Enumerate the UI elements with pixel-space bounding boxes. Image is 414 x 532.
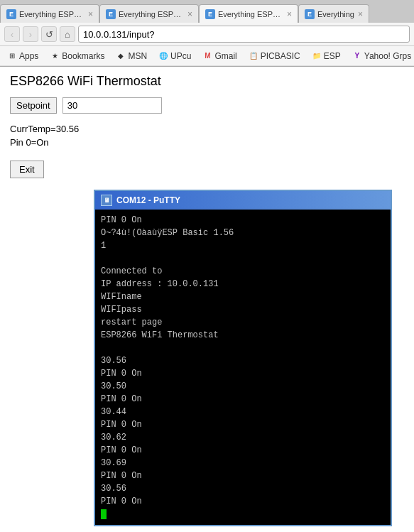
tab-2-icon: E (106, 9, 116, 19)
setpoint-row: Setpoint (10, 97, 404, 114)
msn-icon: ◆ (116, 51, 126, 61)
bookmark-picbasic[interactable]: 📋 PICBASIC (246, 50, 303, 62)
back-button[interactable]: ‹ (4, 26, 20, 42)
putty-terminal[interactable]: PIN 0 On O~?4ù!(OàaùÿESP Basic 1.56 1 Co… (95, 210, 391, 525)
putty-icon: 🖥 (101, 195, 112, 206)
bookmark-upcu[interactable]: 🌐 UPcu (156, 50, 194, 62)
tab-4-close[interactable]: × (358, 9, 363, 19)
bookmark-esp-label: ESP (324, 51, 341, 61)
bookmark-picbasic-label: PICBASIC (261, 51, 300, 61)
bookmark-bookmarks[interactable]: ★ Bookmarks (47, 50, 107, 62)
bookmark-msn[interactable]: ◆ MSN (113, 50, 150, 62)
upcu-icon: 🌐 (158, 51, 168, 61)
bookmark-apps[interactable]: ⊞ Apps (4, 50, 41, 62)
terminal-cursor (101, 509, 107, 519)
home-button[interactable]: ⌂ (60, 26, 75, 42)
star-icon: ★ (50, 51, 60, 61)
tab-1-icon: E (6, 9, 16, 19)
bookmark-msn-label: MSN (128, 51, 147, 61)
nav-bar: ‹ › ↺ ⌂ (0, 23, 414, 46)
browser-chrome: E Everything ESP8266 - × E Everything ES… (0, 0, 414, 67)
exit-button[interactable]: Exit (10, 161, 44, 178)
putty-title: COM12 - PuTTY (116, 195, 180, 205)
pin-status: Pin 0=On (10, 137, 404, 148)
yahoo-icon: Y (352, 51, 362, 61)
tab-3[interactable]: E Everything ESP8266 - × (199, 4, 298, 23)
tab-3-label: Everything ESP8266 - (218, 10, 284, 18)
tab-2[interactable]: E Everything ESP8266 - × (99, 4, 199, 23)
gmail-icon: M (202, 51, 212, 61)
setpoint-label: Setpoint (10, 97, 57, 114)
picbasic-icon: 📋 (249, 51, 258, 61)
tab-4[interactable]: E Everything × (298, 4, 369, 23)
forward-button[interactable]: › (23, 26, 38, 42)
tab-1-label: Everything ESP8266 - (19, 10, 85, 18)
bookmarks-bar: ⊞ Apps ★ Bookmarks ◆ MSN 🌐 UPcu M Gmail … (0, 46, 414, 66)
bookmark-upcu-label: UPcu (170, 51, 191, 61)
reload-button[interactable]: ↺ (41, 26, 57, 42)
tab-1-close[interactable]: × (88, 9, 93, 19)
tab-3-icon: E (205, 9, 215, 19)
page-title: ESP8266 WiFi Thermostat (10, 74, 404, 89)
putty-window: 🖥 COM12 - PuTTY PIN 0 On O~?4ù!(OàaùÿESP… (94, 190, 392, 526)
bookmark-yahoo-label: Yahoo! Grps (364, 51, 411, 61)
bookmark-bookmarks-label: Bookmarks (62, 51, 104, 61)
putty-titlebar: 🖥 COM12 - PuTTY (95, 191, 391, 210)
address-bar[interactable] (78, 26, 410, 43)
bookmark-esp[interactable]: 📁 ESP (309, 50, 344, 62)
tab-4-label: Everything (317, 10, 355, 18)
tab-1[interactable]: E Everything ESP8266 - × (0, 4, 99, 23)
tab-3-close[interactable]: × (287, 9, 292, 19)
esp-icon: 📁 (312, 51, 322, 61)
curr-temp: CurrTemp=30.56 (10, 124, 404, 134)
page-content: ESP8266 WiFi Thermostat Setpoint CurrTem… (0, 67, 414, 532)
bookmark-gmail-label: Gmail (214, 51, 236, 61)
setpoint-input[interactable] (62, 97, 162, 114)
tab-2-close[interactable]: × (187, 9, 192, 19)
tab-2-label: Everything ESP8266 - (119, 10, 185, 18)
apps-icon: ⊞ (7, 51, 17, 61)
bookmark-apps-label: Apps (19, 51, 38, 61)
tab-bar: E Everything ESP8266 - × E Everything ES… (0, 0, 414, 23)
bookmark-yahoo[interactable]: Y Yahoo! Grps (349, 50, 414, 62)
tab-4-icon: E (305, 9, 315, 19)
bookmark-gmail[interactable]: M Gmail (200, 50, 239, 62)
